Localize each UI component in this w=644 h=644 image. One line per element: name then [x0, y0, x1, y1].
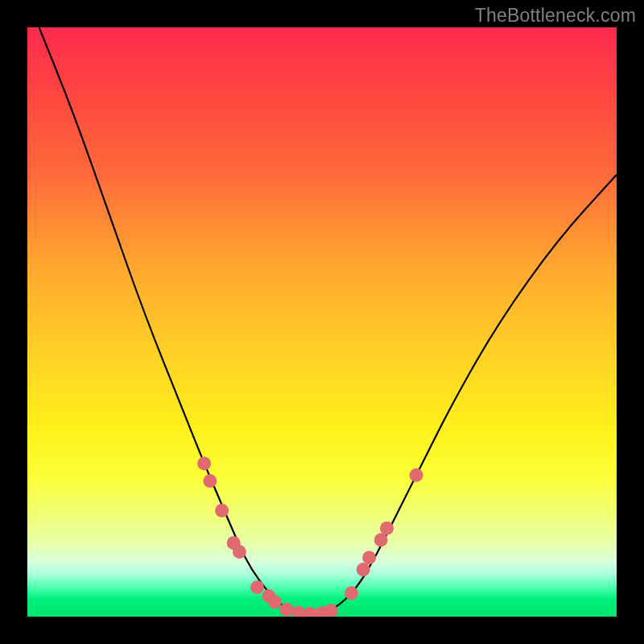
data-marker — [410, 469, 423, 482]
plot-area — [27, 27, 617, 617]
watermark-text: TheBottleneck.com — [475, 5, 636, 27]
data-marker — [291, 605, 305, 617]
bottleneck-curve — [39, 27, 617, 613]
data-marker — [357, 563, 370, 576]
data-marker — [362, 551, 376, 564]
data-marker — [250, 580, 264, 594]
data-marker — [203, 474, 217, 488]
data-marker — [345, 586, 358, 600]
data-marker — [303, 607, 317, 617]
data-marker — [233, 545, 246, 559]
data-marker — [374, 533, 388, 547]
chart-frame: TheBottleneck.com — [0, 0, 644, 644]
data-marker — [380, 522, 394, 535]
chart-svg — [27, 27, 617, 617]
data-markers — [197, 456, 423, 617]
data-marker — [280, 603, 294, 617]
data-marker — [215, 504, 229, 518]
data-marker — [268, 595, 282, 609]
data-marker — [197, 456, 211, 470]
